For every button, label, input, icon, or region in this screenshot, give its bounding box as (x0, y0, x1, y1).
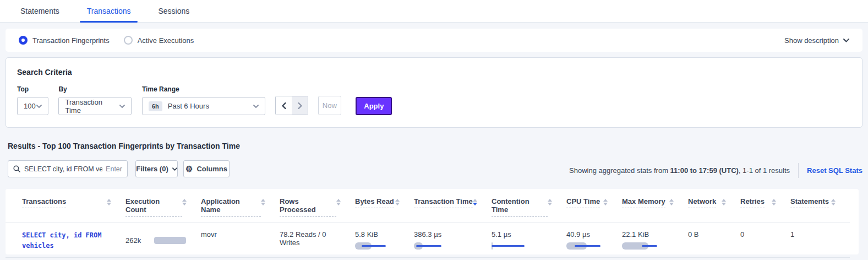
cell-statements: 1 (790, 230, 850, 251)
sort-icon[interactable] (548, 199, 552, 205)
bytes-read-bar (355, 242, 399, 250)
column-header-bytes-read[interactable]: Bytes Read (355, 197, 414, 216)
column-header-max-memory[interactable]: Max Memory (622, 197, 688, 216)
cpu-time-bar (566, 242, 610, 250)
sort-icon[interactable] (772, 199, 776, 205)
time-window-nav (275, 96, 308, 115)
radio-selected-icon (19, 36, 28, 45)
sort-icon[interactable] (603, 199, 608, 205)
column-header-cpu-time[interactable]: CPU Time (566, 197, 622, 216)
results-table-card: Transactions Execution Count Application… (6, 189, 859, 254)
results-toolbar: Enter Filters (0) ⚙ Columns Showing aggr… (8, 160, 862, 178)
cell-max-memory: 22.1 KiB (622, 230, 688, 251)
column-header-retries[interactable]: Retries (740, 197, 790, 216)
column-header-execution-count[interactable]: Execution Count (125, 197, 201, 216)
search-input[interactable] (24, 165, 102, 173)
sort-icon[interactable] (182, 199, 187, 205)
max-memory-bar (622, 242, 666, 250)
radio-active-executions[interactable]: Active Executions (124, 36, 194, 45)
search-criteria-title: Search Criteria (17, 68, 851, 77)
enter-hint: Enter (106, 165, 122, 173)
column-header-transactions[interactable]: Transactions (22, 197, 125, 216)
search-criteria-card: Search Criteria Top 100 By Transaction T… (6, 57, 862, 128)
chevron-left-icon (282, 102, 286, 109)
chevron-down-icon (253, 105, 259, 108)
search-icon (13, 165, 20, 172)
column-header-statements[interactable]: Statements (790, 197, 850, 216)
tab-transactions[interactable]: Transactions (80, 0, 138, 22)
top-select[interactable]: 100 (17, 97, 48, 115)
divider (798, 163, 799, 178)
view-toggle-row: Transaction Fingerprints Active Executio… (6, 29, 862, 52)
next-time-window-button[interactable] (292, 96, 308, 115)
column-header-application-name[interactable]: Application Name (201, 197, 280, 216)
column-header-rows-processed[interactable]: Rows Processed (280, 197, 355, 216)
cell-contention-time: 5.1 µs (492, 230, 566, 251)
column-header-network[interactable]: Network (688, 197, 740, 216)
time-range-field: Time Range 6h Past 6 Hours (142, 85, 265, 115)
top-select-value: 100 (24, 102, 36, 110)
columns-button[interactable]: ⚙ Columns (183, 160, 230, 177)
radio-label: Transaction Fingerprints (32, 36, 110, 45)
by-label: By (58, 85, 132, 93)
previous-time-window-button[interactable] (276, 96, 292, 115)
time-range-label: Time Range (142, 85, 265, 93)
chevron-down-icon (172, 167, 177, 171)
tab-statements[interactable]: Statements (13, 0, 67, 22)
cell-network: 0 B (688, 230, 740, 251)
time-range-value: Past 6 Hours (168, 102, 253, 110)
tab-sessions[interactable]: Sessions (151, 0, 196, 22)
contention-time-bar (492, 242, 536, 250)
sort-icon[interactable] (395, 199, 400, 205)
radio-transaction-fingerprints[interactable]: Transaction Fingerprints (19, 36, 110, 45)
results-heading: Results - Top 100 Transaction Fingerprin… (8, 142, 240, 150)
cell-transaction-time: 386.3 µs (414, 230, 492, 251)
execution-count-bar (154, 237, 186, 244)
filters-button[interactable]: Filters (0) (135, 160, 178, 177)
time-range-select[interactable]: 6h Past 6 Hours (142, 97, 265, 115)
top-field: Top 100 (17, 85, 48, 115)
cell-cpu-time: 40.9 µs (566, 230, 622, 251)
by-field: By Transaction Time (58, 85, 132, 115)
apply-button[interactable]: Apply (356, 97, 392, 115)
show-description-toggle[interactable]: Show description (784, 36, 849, 45)
sort-icon[interactable] (336, 199, 341, 205)
by-select[interactable]: Transaction Time (58, 97, 132, 115)
cell-retries: 0 (740, 230, 790, 251)
transaction-fingerprint-link[interactable]: SELECT city, id FROM vehicles (22, 230, 114, 251)
page-tab-bar: Statements Transactions Sessions (0, 0, 868, 23)
search-criteria-controls: Top 100 By Transaction Time Time Range 6… (17, 85, 851, 115)
sort-icon[interactable] (261, 199, 265, 205)
radio-unselected-icon (124, 36, 133, 45)
stats-zone: Showing aggregated stats from 11:00 to 1… (569, 163, 862, 178)
filters-label: Filters (0) (136, 165, 168, 173)
table-header-row: Transactions Execution Count Application… (6, 189, 850, 223)
top-label: Top (17, 85, 48, 93)
transaction-time-bar (414, 242, 458, 250)
sort-icon[interactable] (107, 199, 111, 205)
gear-icon: ⚙ (185, 165, 193, 173)
chevron-right-icon (298, 102, 302, 109)
table-row: SELECT city, id FROM vehicles 262k movr … (6, 223, 850, 258)
stats-text: Showing aggregated stats from 11:00 to 1… (569, 166, 790, 175)
cell-execution-count: 262k (125, 230, 201, 251)
chevron-down-icon (843, 39, 849, 42)
cell-bytes-read: 5.8 KiB (355, 230, 414, 251)
by-select-value: Transaction Time (65, 98, 119, 115)
radio-label: Active Executions (138, 36, 194, 45)
column-header-transaction-time[interactable]: Transaction Time (414, 197, 492, 216)
sort-icon[interactable] (669, 199, 674, 205)
cell-rows-processed: 78.2 Reads / 0 Writes (280, 230, 355, 251)
sql-search-box[interactable]: Enter (8, 160, 128, 177)
sort-icon[interactable] (722, 199, 726, 205)
cell-application-name: movr (201, 230, 280, 251)
now-button[interactable]: Now (318, 96, 341, 115)
time-range-badge: 6h (149, 101, 162, 111)
reset-sql-stats-link[interactable]: Reset SQL Stats (807, 166, 862, 175)
sort-icon[interactable] (831, 199, 836, 205)
chevron-down-icon (36, 105, 42, 108)
show-description-label: Show description (784, 36, 839, 45)
columns-label: Columns (196, 165, 227, 173)
sort-icon-active[interactable] (473, 199, 477, 205)
column-header-contention-time[interactable]: Contention Time (492, 197, 566, 216)
